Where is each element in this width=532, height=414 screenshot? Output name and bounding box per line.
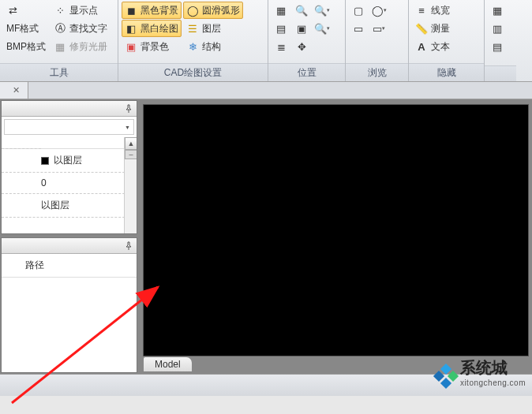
group-title-cad: CAD绘图设置 [118, 63, 268, 81]
zoom-icon: 🔍 [295, 4, 308, 17]
measure-button[interactable]: 📏测量 [412, 20, 453, 37]
find-text-button[interactable]: Ⓐ查找文字 [51, 20, 111, 37]
pin-icon[interactable] [124, 241, 133, 251]
zoom-dd-icon: 🔍▾ [316, 4, 328, 17]
close-tab-icon[interactable]: ✕ [13, 85, 20, 95]
path-list [2, 278, 137, 372]
arc-icon: ◯ [186, 4, 199, 17]
edge-icon-3: ▤ [491, 40, 504, 53]
prop-row-layer[interactable]: 0 [2, 173, 137, 194]
points-icon: ⁘ [54, 4, 66, 17]
linewidth-button[interactable]: ≡线宽 [412, 2, 453, 19]
linewidth-icon: ≡ [415, 4, 428, 17]
text-button[interactable]: A文本 [412, 38, 453, 55]
ribbon: ⇄ MF格式 BMP格式 ⁘显示点 Ⓐ查找文字 ▦修剪光册 工具 ◼黑色背景 ◧… [0, 0, 532, 82]
properties-panel: ▼ 以图层 0 以图层 ▲ – [1, 100, 137, 234]
zoom-dd2-icon: 🔍▾ [316, 22, 328, 35]
scroll-split-button[interactable]: – [125, 150, 137, 159]
move-icon: ✥ [295, 40, 308, 53]
group-title-position: 位置 [268, 63, 345, 81]
edge-btn-2[interactable]: ▥ [488, 20, 507, 37]
group-title-hide: 隐藏 [409, 63, 484, 81]
object-type-dropdown[interactable]: ▼ [4, 119, 134, 135]
grid-icon: ▦ [275, 4, 287, 17]
prop-row-color[interactable]: 以图层 [2, 148, 137, 173]
edge-btn-1[interactable]: ▦ [488, 2, 507, 19]
chevron-down-icon: ▼ [125, 125, 130, 130]
text-icon: A [415, 40, 428, 53]
drawing-canvas[interactable] [143, 104, 529, 356]
model-tab-strip: Model [143, 356, 193, 372]
smooth-arc-button[interactable]: ◯圆滑弧形 [183, 2, 243, 19]
browse-btn-1[interactable]: ▢ [349, 2, 368, 19]
stack-icon: ≣ [275, 40, 287, 53]
black-bg-icon: ◼ [125, 4, 137, 17]
layers-icon: ☰ [186, 22, 199, 35]
group-title-browse: 浏览 [346, 63, 408, 81]
ribbon-group-tools: ⇄ MF格式 BMP格式 ⁘显示点 Ⓐ查找文字 ▦修剪光册 工具 [0, 0, 118, 81]
trim-album-button: ▦修剪光册 [51, 38, 111, 55]
ellipse-icon: ◯▾ [373, 4, 385, 17]
pos-btn-4[interactable]: 🔍 [292, 2, 311, 19]
pin-icon[interactable] [124, 104, 133, 114]
watermark-logo [435, 365, 457, 387]
edge-btn-3[interactable]: ▤ [488, 38, 507, 55]
watermark-title: 系统城 [460, 357, 508, 379]
edge-icon-1: ▦ [491, 4, 504, 17]
structure-button[interactable]: ❄结构 [183, 38, 243, 55]
pos-btn-8[interactable]: 🔍▾ [313, 20, 332, 37]
workspace: ▼ 以图层 0 以图层 ▲ – [0, 99, 532, 374]
ribbon-group-position: ▦ ▤ ≣ 🔍 ▣ ✥ 🔍▾ 🔍▾ 位置 [268, 0, 346, 81]
pos-btn-3[interactable]: ≣ [272, 38, 290, 55]
color-swatch [41, 157, 49, 165]
pos-btn-5[interactable]: ▣ [292, 20, 311, 37]
edge-icon-2: ▥ [491, 22, 504, 35]
properties-scrollbar[interactable]: ▲ – [124, 137, 137, 233]
ribbon-group-browse: ▢ ▭ ◯▾ ▭▾ 浏览 [346, 0, 409, 81]
browse-btn-4[interactable]: ▭▾ [369, 20, 388, 37]
format-button[interactable]: ⇄ [3, 2, 49, 19]
document-tab[interactable]: ✕ [0, 82, 28, 99]
tiles-icon: ▤ [275, 22, 287, 35]
folder-icon: ▭ [352, 22, 365, 35]
document-tab-strip: ✕ [0, 82, 532, 99]
color-icon: ▣ [125, 40, 137, 53]
pos-btn-7[interactable]: 🔍▾ [313, 2, 332, 19]
browse-btn-2[interactable]: ▭ [349, 20, 368, 37]
bmp-format-button[interactable]: BMP格式 [3, 38, 49, 55]
watermark: 系统城 xitongcheng.com [435, 357, 526, 387]
layers-button[interactable]: ☰图层 [183, 20, 243, 37]
emf-format-button[interactable]: MF格式 [3, 20, 49, 37]
bg-color-button[interactable]: ▣背景色 [122, 38, 182, 55]
doc-icon: ▢ [352, 4, 365, 17]
path-panel-header [2, 238, 137, 254]
group-title-edge [485, 65, 516, 81]
canvas-area: Model [138, 99, 532, 374]
model-tab[interactable]: Model [143, 356, 193, 371]
bw-icon: ◧ [125, 22, 137, 35]
search-icon: Ⓐ [54, 22, 66, 35]
browse-btn-3[interactable]: ◯▾ [369, 2, 388, 19]
properties-panel-header [2, 101, 137, 117]
prop-row-linetype[interactable]: 以图层 [2, 194, 137, 218]
trim-icon: ▦ [54, 40, 66, 53]
rect-icon: ▭▾ [373, 22, 385, 35]
black-bg-button[interactable]: ◼黑色背景 [122, 2, 182, 19]
pos-btn-2[interactable]: ▤ [272, 20, 290, 37]
select-icon: ▣ [295, 22, 308, 35]
path-column-header: 路径 [2, 254, 137, 278]
ribbon-group-cad: ◼黑色背景 ◧黑白绘图 ▣背景色 ◯圆滑弧形 ☰图层 ❄结构 CAD绘图设置 [118, 0, 268, 81]
group-title-tools: 工具 [0, 63, 118, 81]
ribbon-group-hide: ≡线宽 📏测量 A文本 隐藏 [409, 0, 485, 81]
swap-icon: ⇄ [6, 4, 19, 17]
show-points-button[interactable]: ⁘显示点 [51, 2, 111, 19]
measure-icon: 📏 [415, 22, 428, 35]
left-panels: ▼ 以图层 0 以图层 ▲ – [0, 99, 138, 374]
properties-grid: 以图层 0 以图层 ▲ – [2, 137, 137, 233]
pos-btn-6[interactable]: ✥ [292, 38, 311, 55]
watermark-url: xitongcheng.com [460, 379, 526, 387]
path-panel: 路径 [1, 237, 137, 373]
pos-btn-1[interactable]: ▦ [272, 2, 290, 19]
bw-draw-button[interactable]: ◧黑白绘图 [122, 20, 182, 37]
scroll-up-button[interactable]: ▲ [125, 137, 137, 150]
